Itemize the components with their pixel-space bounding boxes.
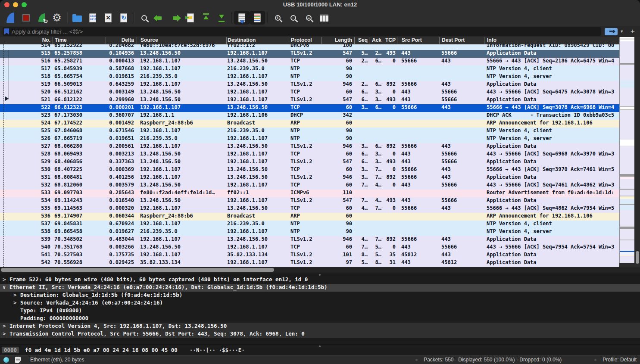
packet-row-532[interactable]: 53268.8120600.00357913.248.156.50192.168… xyxy=(0,182,619,190)
column-header-src-port[interactable]: Src Port xyxy=(397,37,439,44)
packet-row-528[interactable]: 52868.0694930.00321313.248.156.50192.168… xyxy=(0,151,619,159)
packet-row-515[interactable]: 51565.2578580.10493613.248.156.50192.168… xyxy=(0,50,619,58)
column-header-ack[interactable]: Ack xyxy=(369,37,383,44)
chevron-collapsed-icon[interactable]: > xyxy=(3,276,9,283)
chevron-collapsed-icon[interactable]: > xyxy=(3,330,9,337)
packet-row-539[interactable]: 53970.3485020.483044192.168.1.10713.248.… xyxy=(0,236,619,244)
filter-dropdown-caret[interactable]: ▼ xyxy=(620,29,624,34)
open-file-icon[interactable] xyxy=(69,11,85,25)
packet-row-517[interactable]: 51765.8459390.587668192.168.1.107216.239… xyxy=(0,65,619,73)
packet-row-536[interactable]: 53669.1749070.060344Raspberr_24:88:b6Bro… xyxy=(0,213,619,221)
packet-row-529[interactable]: 52968.4068560.33736313.248.156.50192.168… xyxy=(0,159,619,166)
column-header-time[interactable]: Time xyxy=(53,37,106,44)
column-header-destination[interactable]: Destination xyxy=(226,37,289,44)
hex-ascii[interactable]: ··N··[·· ·$$···E· xyxy=(190,347,245,353)
display-filter-input[interactable] xyxy=(9,28,601,35)
horizontal-scrollbar-thumb[interactable] xyxy=(1,268,274,272)
column-header-source[interactable]: Source xyxy=(137,37,226,44)
expert-info-icon[interactable] xyxy=(3,357,9,363)
colorize-icon[interactable] xyxy=(250,11,265,25)
column-header-tcp[interactable]: TCP xyxy=(383,37,397,44)
stop-capture-icon[interactable] xyxy=(18,11,34,25)
packet-row-525[interactable]: 52567.8460680.671546192.168.1.107216.239… xyxy=(0,128,619,135)
profile-text[interactable]: Profile: Default xyxy=(603,357,637,363)
hex-bytes[interactable]: f0 ad 4e 1d 1d 5b e0 a7 00 24 24 16 08 0… xyxy=(25,347,178,353)
capture-options-icon[interactable] xyxy=(49,11,65,25)
packet-minimap[interactable] xyxy=(619,37,634,263)
resize-columns-icon[interactable] xyxy=(316,11,332,25)
packet-row-531[interactable]: 53168.8084810.401256192.168.1.10713.248.… xyxy=(0,174,619,182)
packet-row-541[interactable]: 54170.5275030.175735192.168.1.10735.82.1… xyxy=(0,252,619,259)
cell-tcp: 892 xyxy=(383,143,397,151)
column-header-length[interactable]: Length xyxy=(322,37,354,44)
cell-seq: 7… xyxy=(354,182,369,190)
filter-bookmark-icon[interactable] xyxy=(4,28,9,35)
go-forward-icon[interactable] xyxy=(167,11,183,25)
cell-destination: 216.239.35.0 xyxy=(226,128,289,135)
packet-row-516[interactable]: 51665.2582710.000413192.168.1.10713.248.… xyxy=(0,58,619,65)
save-file-icon[interactable] xyxy=(85,11,100,25)
go-first-icon[interactable] xyxy=(198,11,214,25)
column-header-protocol[interactable]: Protocol xyxy=(289,37,322,44)
zoom-reset-icon[interactable] xyxy=(301,11,316,25)
column-header-dest-port[interactable]: Dest Port xyxy=(439,37,484,44)
apply-filter-button[interactable] xyxy=(605,28,618,35)
packet-row-527[interactable]: 52768.0662800.200561192.168.1.10713.248.… xyxy=(0,143,619,151)
column-header-info[interactable]: Info xyxy=(484,37,619,44)
packet-row-521[interactable]: 52166.8121220.29996013.248.156.50192.168… xyxy=(0,96,619,104)
packet-row-530[interactable]: 53068.4072250.000369192.168.1.10713.248.… xyxy=(0,166,619,174)
detail-line[interactable]: >Frame 522: 60 bytes on wire (480 bits),… xyxy=(0,276,640,284)
packet-row-522[interactable]: 52266.8123230.000201192.168.1.10713.248.… xyxy=(0,104,619,112)
detail-line[interactable]: >Transmission Control Protocol, Src Port… xyxy=(0,330,640,338)
cell-no: 517 xyxy=(0,65,53,73)
start-capture-icon[interactable] xyxy=(3,11,18,25)
chevron-collapsed-icon[interactable]: > xyxy=(3,323,9,329)
auto-scroll-icon[interactable] xyxy=(234,11,250,25)
reload-file-icon[interactable] xyxy=(116,11,131,25)
packet-row-538[interactable]: 53869.8654580.019627216.239.35.0192.168.… xyxy=(0,228,619,236)
packet-row-514[interactable]: 51465.1529220.204682fe80::10ea:c7ce:52d:… xyxy=(0,44,619,50)
zoom-in-icon[interactable] xyxy=(270,11,285,25)
cell-delta: 0.200561 xyxy=(106,143,137,151)
packet-row-526[interactable]: 52667.8657190.019651216.239.35.0192.168.… xyxy=(0,135,619,143)
column-header-delta[interactable]: Delta xyxy=(106,37,137,44)
capture-comment-icon[interactable] xyxy=(15,357,21,363)
go-back-icon[interactable] xyxy=(152,11,167,25)
vertical-scrollbar-thumb[interactable] xyxy=(636,251,639,264)
close-file-icon[interactable] xyxy=(100,11,116,25)
packet-row-537[interactable]: 53769.8458310.670924192.168.1.107216.239… xyxy=(0,221,619,228)
detail-line[interactable]: ∨Ethernet II, Src: Verkada_24:24:16 (e0:… xyxy=(0,284,640,292)
packet-row-533[interactable]: 53369.0977030.285643fe80::f2ad:4eff:fe1d… xyxy=(0,190,619,197)
packet-row-520[interactable]: 52066.5121620.00314913.248.156.50192.168… xyxy=(0,89,619,96)
packet-row-540[interactable]: 54070.3517680.00326613.248.156.50192.168… xyxy=(0,244,619,252)
packet-row-534[interactable]: 53469.1142430.01654013.248.156.50192.168… xyxy=(0,197,619,205)
packet-row-535[interactable]: 53569.1145630.000320192.168.1.10713.248.… xyxy=(0,205,619,213)
packet-row-519[interactable]: 51966.5090130.643259192.168.1.10713.248.… xyxy=(0,81,619,89)
chevron-expanded-icon[interactable]: ∨ xyxy=(3,284,9,290)
cell-length: 60 xyxy=(322,58,354,65)
find-packet-icon[interactable] xyxy=(136,11,152,25)
go-to-packet-icon[interactable] xyxy=(183,11,198,25)
cell-destination: 13.248.156.50 xyxy=(226,174,289,182)
detail-line[interactable]: >Source: Verkada_24:24:16 (e0:a7:00:24:2… xyxy=(0,299,640,307)
packet-row-524[interactable]: 52467.1745220.001492Raspberr_24:88:b6Bro… xyxy=(0,120,619,128)
packet-row-542[interactable]: 54270.5569280.02942535.82.133.134192.168… xyxy=(0,259,619,267)
go-last-icon[interactable] xyxy=(214,11,229,25)
column-header-no[interactable]: No. xyxy=(0,37,53,44)
restart-capture-icon[interactable] xyxy=(34,11,49,25)
chevron-collapsed-icon[interactable]: > xyxy=(13,292,20,298)
zoom-out-icon[interactable] xyxy=(285,11,301,25)
detail-line[interactable]: Type: IPv4 (0x0800) xyxy=(0,307,640,315)
column-header-seq[interactable]: Seq xyxy=(354,37,369,44)
horizontal-scrollbar[interactable] xyxy=(0,267,640,273)
cell-protocol: TLSv1.2 xyxy=(289,197,322,205)
packet-row-523[interactable]: 52367.1730300.360707192.168.1.1192.168.1… xyxy=(0,112,619,120)
display-filter-field[interactable] xyxy=(3,27,601,36)
packet-row-518[interactable]: 51865.8657540.019815216.239.35.0192.168.… xyxy=(0,73,619,81)
add-filter-button[interactable]: + xyxy=(631,27,635,36)
detail-line[interactable]: >Internet Protocol Version 4, Src: 192.1… xyxy=(0,323,640,330)
detail-line[interactable]: >Destination: Globalsc_1d:1d:5b (f0:ad:4… xyxy=(0,292,640,299)
chevron-collapsed-icon[interactable]: > xyxy=(13,299,20,306)
detail-line[interactable]: Padding: 000000000000 xyxy=(0,315,640,323)
cell-dest_port: 443 xyxy=(439,143,484,151)
